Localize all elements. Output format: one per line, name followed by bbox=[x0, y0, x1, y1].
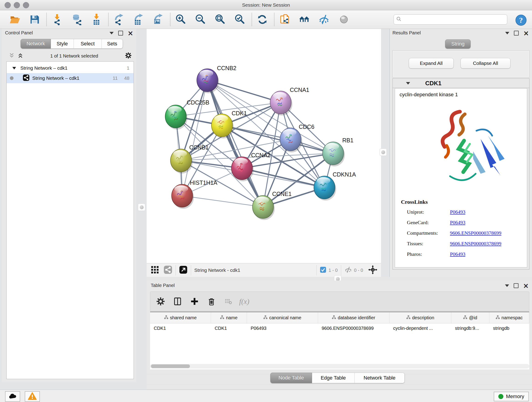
network-view-title: String Network - cdk1 bbox=[194, 268, 240, 273]
import-network-database-icon[interactable] bbox=[70, 12, 83, 27]
expand-all-icon[interactable] bbox=[17, 52, 24, 60]
column-header-description[interactable]: description bbox=[389, 312, 451, 323]
column-header-namespac[interactable]: namespac bbox=[489, 312, 529, 323]
export-image-icon[interactable] bbox=[152, 12, 165, 27]
crosslink-link[interactable]: 9606.ENSP00000378699 bbox=[450, 230, 501, 236]
tab-network[interactable]: Network bbox=[21, 39, 51, 49]
network-canvas[interactable]: CCNB2CCNA1CDC25BCDK1CDC6RB1CCNB1CCNA2CDK… bbox=[147, 29, 381, 263]
expand-all-button[interactable]: Expand All bbox=[409, 58, 454, 69]
table-cell[interactable]: 9606.ENSP00000378699 bbox=[318, 326, 389, 331]
table-cell[interactable]: CDK1 bbox=[150, 326, 211, 331]
table-panel-close-icon[interactable]: × bbox=[523, 283, 529, 288]
fit-content-crosshair-icon[interactable] bbox=[368, 265, 377, 275]
edge-HIST1H1A-CCNE1[interactable] bbox=[182, 196, 263, 207]
network-options-gear-icon[interactable] bbox=[125, 52, 132, 60]
tab-string[interactable]: String bbox=[445, 39, 471, 49]
crosslink-link[interactable]: P06493 bbox=[450, 220, 465, 225]
hide-selected-icon[interactable] bbox=[317, 12, 331, 27]
tab-node-table[interactable]: Node Table bbox=[270, 373, 312, 383]
new-network-from-selection-icon[interactable] bbox=[278, 12, 291, 27]
network-node-CDKN1A[interactable]: CDKN1A bbox=[314, 171, 356, 201]
table-horizontal-scrollbar[interactable] bbox=[150, 364, 529, 369]
column-header-name[interactable]: name bbox=[211, 312, 247, 323]
node-label-CCNE1: CCNE1 bbox=[272, 191, 292, 197]
column-header-@id[interactable]: @id bbox=[451, 312, 489, 323]
network-list-toolbar: 1 of 1 Network selected bbox=[8, 52, 132, 60]
crosslink-link[interactable]: 9606.ENSP00000378699 bbox=[450, 241, 501, 247]
left-splitter-handle[interactable] bbox=[138, 204, 145, 211]
show-all-icon[interactable] bbox=[337, 12, 351, 27]
results-panel-float-icon[interactable] bbox=[514, 31, 519, 36]
table-cell[interactable]: CDK1 bbox=[211, 326, 247, 331]
tree-expander-icon[interactable] bbox=[12, 65, 16, 71]
search-field[interactable] bbox=[394, 14, 507, 25]
open-session-icon[interactable] bbox=[8, 12, 22, 27]
warnings-button[interactable] bbox=[25, 391, 40, 402]
network-row-selected[interactable]: String Network – cdk1 11 48 bbox=[7, 73, 133, 83]
table-cell[interactable]: stringdb bbox=[489, 326, 529, 331]
table-cell[interactable]: cyclin-dependent ... bbox=[389, 326, 451, 331]
network-node-CDC6[interactable]: CDC6 bbox=[280, 123, 314, 153]
export-table-icon[interactable] bbox=[132, 12, 145, 27]
results-panel-menu-icon[interactable] bbox=[505, 32, 509, 34]
edge-CCNA2-CDKN1A[interactable] bbox=[242, 168, 324, 187]
export-network-icon[interactable] bbox=[112, 12, 126, 27]
network-node-HIST1H1A[interactable]: HIST1H1A bbox=[172, 179, 217, 209]
network-view-icon[interactable] bbox=[164, 265, 172, 275]
tab-select[interactable]: Select bbox=[74, 39, 102, 49]
add-column-icon[interactable] bbox=[188, 295, 201, 308]
network-node-CCNB2[interactable]: CCNB2 bbox=[197, 65, 236, 93]
show-columns-icon[interactable] bbox=[171, 295, 184, 308]
table-cell[interactable]: stringdb:9... bbox=[451, 326, 489, 331]
tab-edge-table[interactable]: Edge Table bbox=[312, 373, 355, 383]
grid-view-icon[interactable] bbox=[151, 266, 159, 275]
collapse-all-icon[interactable] bbox=[8, 52, 15, 60]
network-node-CDK1[interactable]: CDK1 bbox=[211, 110, 247, 138]
right-splitter-handle[interactable] bbox=[380, 148, 387, 156]
selected-checkbox-icon[interactable] bbox=[320, 267, 326, 274]
table-cell[interactable]: P06493 bbox=[247, 326, 318, 331]
column-header-canonical-name[interactable]: canonical name bbox=[247, 312, 318, 323]
crosslink-link[interactable]: P06493 bbox=[450, 209, 465, 215]
column-header-shared-name[interactable]: shared name bbox=[150, 312, 211, 323]
control-panel-close-icon[interactable]: × bbox=[128, 31, 133, 36]
network-collection-row[interactable]: String Network – cdk1 1 bbox=[7, 63, 133, 73]
table-panel-menu-icon[interactable] bbox=[505, 284, 509, 287]
crosslink-link[interactable]: P06493 bbox=[450, 251, 465, 257]
gene-card-collapse-icon[interactable] bbox=[406, 82, 410, 85]
table-settings-gear-icon[interactable] bbox=[154, 295, 167, 308]
control-panel-float-icon[interactable] bbox=[118, 31, 123, 36]
tab-style[interactable]: Style bbox=[51, 39, 74, 49]
tab-network-table[interactable]: Network Table bbox=[355, 373, 405, 383]
memory-label: Memory bbox=[506, 394, 524, 400]
network-node-CCNA1[interactable]: CCNA1 bbox=[270, 87, 309, 115]
hidden-eye-slash-icon[interactable] bbox=[344, 266, 352, 274]
open-in-new-window-icon[interactable] bbox=[179, 265, 188, 275]
column-header-database-identifier[interactable]: database identifier bbox=[318, 312, 389, 323]
save-session-icon[interactable] bbox=[28, 12, 41, 27]
refresh-view-icon[interactable] bbox=[256, 12, 269, 27]
network-node-CCNE1[interactable]: CCNE1 bbox=[253, 191, 292, 220]
import-table-file-icon[interactable] bbox=[90, 12, 103, 27]
crosslink-row: Compartments:9606.ENSP00000378699 bbox=[407, 228, 521, 238]
scrollbar-thumb[interactable] bbox=[151, 364, 190, 368]
collapse-all-button[interactable]: Collapse All bbox=[461, 58, 510, 69]
help-button[interactable]: ? bbox=[515, 14, 527, 27]
results-panel-close-icon[interactable]: × bbox=[523, 31, 529, 36]
string-protein-query-icon[interactable] bbox=[298, 12, 311, 27]
zoom-out-icon[interactable] bbox=[194, 12, 207, 27]
table-row[interactable]: CDK1CDK1P064939606.ENSP00000378699cyclin… bbox=[150, 323, 529, 333]
memory-button[interactable]: Memory bbox=[494, 392, 529, 401]
control-panel-menu-icon[interactable] bbox=[109, 32, 114, 34]
tab-sets[interactable]: Sets bbox=[102, 39, 123, 49]
cloud-button[interactable] bbox=[5, 391, 20, 402]
zoom-fit-icon[interactable] bbox=[214, 12, 227, 27]
delete-column-trash-icon[interactable] bbox=[205, 295, 218, 308]
zoom-selected-icon[interactable] bbox=[233, 12, 247, 27]
search-input[interactable] bbox=[402, 17, 507, 22]
zoom-in-icon[interactable] bbox=[174, 12, 187, 27]
import-network-file-icon[interactable] bbox=[51, 12, 64, 27]
network-node-RB1[interactable]: RB1 bbox=[323, 137, 354, 166]
edge-CCNB2-CCNE1[interactable] bbox=[207, 80, 263, 207]
table-panel-float-icon[interactable] bbox=[514, 283, 519, 288]
